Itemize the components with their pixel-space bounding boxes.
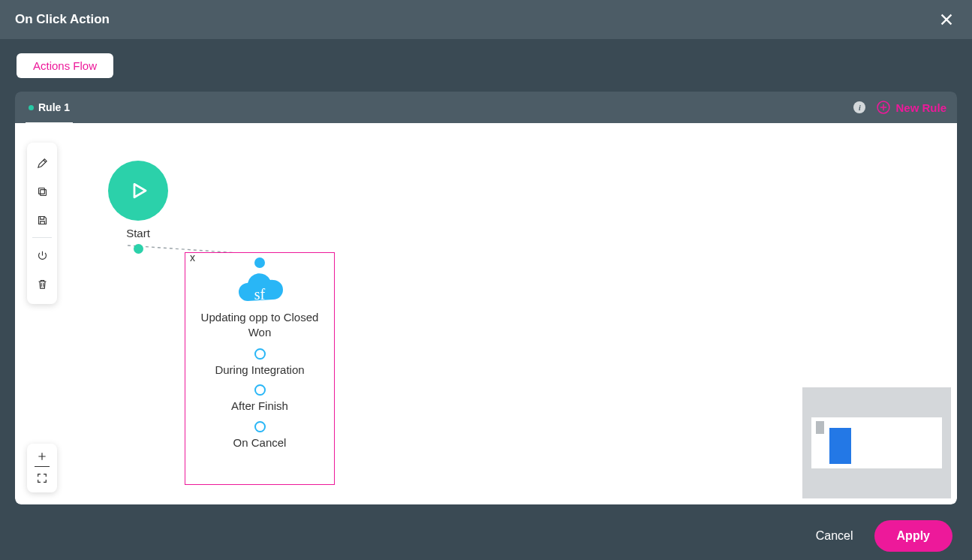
edit-button[interactable]: [27, 149, 57, 177]
tabbar-right: i New Rule: [853, 100, 946, 115]
action-port-label: On Cancel: [185, 435, 334, 450]
save-icon: [36, 214, 49, 227]
trash-icon: [36, 278, 49, 291]
minimap[interactable]: [802, 387, 951, 498]
plus-icon: [36, 450, 48, 462]
start-label: Start: [96, 227, 180, 239]
rules-tabbar: Rule 1 i New Rule: [15, 92, 957, 123]
power-button[interactable]: [27, 241, 57, 269]
node-toolbar: [27, 143, 57, 304]
action-port-during[interactable]: [254, 348, 266, 360]
cancel-button[interactable]: Cancel: [816, 529, 853, 543]
plus-circle-icon: [876, 100, 891, 115]
svg-rect-1: [40, 189, 46, 195]
actions-flow-tab[interactable]: Actions Flow: [17, 53, 113, 78]
modal-footer: Cancel Apply: [0, 512, 972, 560]
rule-status-dot-icon: [29, 105, 34, 110]
close-icon: [938, 11, 955, 28]
start-circle: [108, 161, 168, 221]
close-button[interactable]: [936, 9, 957, 30]
rules-container: Rule 1 i New Rule: [15, 92, 957, 504]
minimap-node-icon: [829, 428, 851, 464]
action-input-port[interactable]: [254, 257, 265, 268]
flow-canvas[interactable]: Start x sf Updating opp to Closed Won Du…: [15, 123, 957, 504]
action-node[interactable]: x sf Updating opp to Closed Won During I…: [185, 252, 335, 485]
toolbar-divider: [32, 237, 52, 238]
modal-titlebar: On Click Action: [0, 0, 972, 39]
apply-button[interactable]: Apply: [874, 520, 952, 552]
zoom-in-button[interactable]: [27, 447, 57, 466]
start-output-port[interactable]: [134, 244, 143, 254]
action-port-cancel[interactable]: [254, 421, 266, 432]
subheader: Actions Flow: [0, 39, 972, 92]
start-node[interactable]: Start: [96, 161, 180, 254]
copy-button[interactable]: [27, 177, 57, 206]
modal-title: On Click Action: [15, 12, 110, 27]
on-click-action-modal: On Click Action Actions Flow Rule 1 i Ne…: [0, 0, 972, 560]
fullscreen-icon: [36, 472, 48, 484]
node-remove-button[interactable]: x: [190, 251, 195, 263]
salesforce-cloud-icon: sf: [231, 271, 288, 307]
info-icon[interactable]: i: [853, 101, 865, 113]
play-icon: [127, 179, 149, 202]
svg-rect-2: [38, 188, 44, 194]
rule-tab[interactable]: Rule 1: [26, 93, 73, 125]
zoom-toolbar: [27, 444, 57, 493]
copy-icon: [36, 185, 49, 198]
rule-tab-label: Rule 1: [38, 101, 70, 113]
delete-button[interactable]: [27, 269, 57, 298]
action-port-after[interactable]: [254, 384, 266, 396]
power-icon: [36, 249, 49, 262]
save-button[interactable]: [27, 206, 57, 234]
minimap-node-icon: [816, 421, 824, 434]
minimap-viewport: [811, 417, 942, 468]
new-rule-button[interactable]: New Rule: [876, 100, 946, 115]
action-port-label: After Finish: [185, 399, 334, 414]
new-rule-label: New Rule: [895, 101, 946, 114]
action-port-label: During Integration: [185, 363, 334, 378]
pencil-icon: [36, 157, 49, 170]
fit-button[interactable]: [27, 467, 57, 489]
cloud-icon-text: sf: [231, 286, 288, 303]
action-title: Updating opp to Closed Won: [185, 310, 334, 341]
